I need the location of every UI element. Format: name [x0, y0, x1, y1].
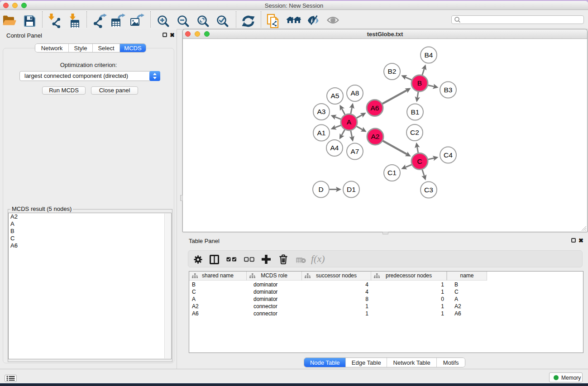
svg-text:A3: A3: [317, 108, 326, 115]
svg-text:A6: A6: [371, 104, 379, 111]
svg-text:B1: B1: [411, 108, 420, 115]
svg-text:C: C: [417, 157, 422, 165]
svg-text:A5: A5: [331, 92, 339, 100]
svg-text:C4: C4: [444, 151, 453, 158]
svg-text:C3: C3: [424, 186, 433, 193]
svg-text:C1: C1: [387, 169, 397, 176]
svg-text:D: D: [318, 185, 323, 193]
svg-text:A7: A7: [351, 147, 359, 155]
svg-text:D1: D1: [347, 185, 356, 193]
svg-text:A4: A4: [330, 144, 339, 152]
svg-text:B2: B2: [388, 67, 397, 75]
svg-text:B3: B3: [444, 86, 453, 93]
svg-text:A1: A1: [317, 129, 326, 136]
svg-text:B4: B4: [425, 51, 433, 58]
svg-text:B: B: [417, 79, 422, 87]
svg-text:A2: A2: [371, 133, 380, 140]
svg-text:A: A: [347, 118, 352, 126]
svg-text:C2: C2: [410, 129, 419, 136]
svg-text:A8: A8: [351, 89, 359, 97]
